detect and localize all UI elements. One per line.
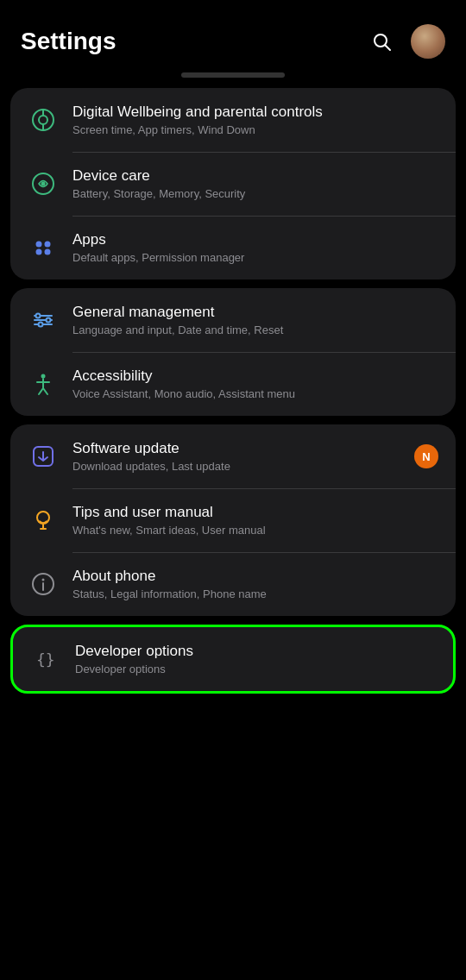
svg-line-22 <box>43 388 47 394</box>
svg-point-10 <box>36 249 42 255</box>
tips-text: Tips and user manual What's new, Smart i… <box>72 504 438 537</box>
tips-title: Tips and user manual <box>72 504 438 521</box>
svg-point-3 <box>39 116 47 124</box>
device-care-title: Device care <box>72 167 438 185</box>
user-avatar[interactable] <box>411 24 445 59</box>
about-phone-subtitle: Status, Legal information, Phone name <box>72 587 438 600</box>
svg-point-16 <box>47 318 51 323</box>
about-icon <box>28 569 59 600</box>
svg-point-17 <box>39 323 43 327</box>
tips-subtitle: What's new, Smart ideas, User manual <box>72 524 438 537</box>
svg-point-18 <box>41 374 46 379</box>
svg-point-15 <box>36 314 41 318</box>
device-care-text: Device care Battery, Storage, Memory, Se… <box>72 167 438 200</box>
settings-group-3: Software update Download updates, Last u… <box>10 424 456 616</box>
software-update-subtitle: Download updates, Last update <box>72 460 414 473</box>
settings-item-software-update[interactable]: Software update Download updates, Last u… <box>10 424 456 488</box>
digital-wellbeing-subtitle: Screen time, App timers, Wind Down <box>72 123 438 136</box>
device-care-icon <box>28 168 59 199</box>
software-update-title: Software update <box>72 440 414 457</box>
developer-options-subtitle: Developer options <box>75 663 436 675</box>
scroll-indicator <box>181 72 285 78</box>
digital-wellbeing-title: Digital Wellbeing and parental controls <box>72 104 438 121</box>
svg-point-28 <box>42 579 45 581</box>
device-care-subtitle: Battery, Storage, Memory, Security <box>72 187 438 200</box>
apps-icon <box>28 232 59 263</box>
developer-options-text: Developer options Developer options <box>75 643 436 675</box>
svg-text:{}: {} <box>36 650 55 669</box>
svg-point-8 <box>36 242 42 248</box>
svg-point-9 <box>45 242 51 248</box>
general-mgmt-subtitle: Language and input, Date and time, Reset <box>72 324 438 336</box>
settings-item-digital-wellbeing[interactable]: Digital Wellbeing and parental controls … <box>10 88 456 152</box>
settings-group-developer: {} Developer options Developer options <box>10 625 456 694</box>
header-actions <box>366 24 445 59</box>
wellbeing-icon <box>28 104 59 135</box>
accessibility-text: Accessibility Voice Assistant, Mono audi… <box>72 368 438 400</box>
tips-icon <box>28 505 59 536</box>
svg-point-24 <box>37 512 49 524</box>
settings-item-tips[interactable]: Tips and user manual What's new, Smart i… <box>10 488 456 552</box>
settings-group-1: Digital Wellbeing and parental controls … <box>10 88 456 280</box>
digital-wellbeing-text: Digital Wellbeing and parental controls … <box>72 104 438 136</box>
settings-item-about-phone[interactable]: About phone Status, Legal information, P… <box>10 552 456 616</box>
apps-title: Apps <box>72 231 438 248</box>
about-phone-title: About phone <box>72 568 438 585</box>
accessibility-icon <box>28 368 59 399</box>
about-phone-text: About phone Status, Legal information, P… <box>72 568 438 600</box>
apps-subtitle: Default apps, Permission manager <box>72 251 438 264</box>
general-mgmt-title: General management <box>72 304 438 321</box>
settings-item-accessibility[interactable]: Accessibility Voice Assistant, Mono audi… <box>10 352 456 416</box>
software-update-text: Software update Download updates, Last u… <box>72 440 414 473</box>
update-badge: N <box>414 444 438 468</box>
svg-point-11 <box>45 249 51 255</box>
accessibility-subtitle: Voice Assistant, Mono audio, Assistant m… <box>72 387 438 400</box>
settings-item-apps[interactable]: Apps Default apps, Permission manager <box>10 216 456 280</box>
svg-point-7 <box>41 182 46 186</box>
page-title: Settings <box>21 28 116 55</box>
search-button[interactable] <box>366 26 397 57</box>
apps-text: Apps Default apps, Permission manager <box>72 231 438 264</box>
general-mgmt-icon <box>28 305 59 336</box>
developer-options-title: Developer options <box>75 643 436 660</box>
settings-item-developer-options[interactable]: {} Developer options Developer options <box>13 627 453 691</box>
svg-line-1 <box>386 46 391 51</box>
header: Settings <box>0 0 466 72</box>
svg-line-21 <box>39 388 43 394</box>
accessibility-title: Accessibility <box>72 368 438 385</box>
software-update-icon <box>28 441 59 472</box>
general-mgmt-text: General management Language and input, D… <box>72 304 438 336</box>
settings-item-general-management[interactable]: General management Language and input, D… <box>10 288 456 352</box>
settings-group-2: General management Language and input, D… <box>10 288 456 416</box>
settings-item-device-care[interactable]: Device care Battery, Storage, Memory, Se… <box>10 152 456 216</box>
developer-icon: {} <box>30 644 61 675</box>
